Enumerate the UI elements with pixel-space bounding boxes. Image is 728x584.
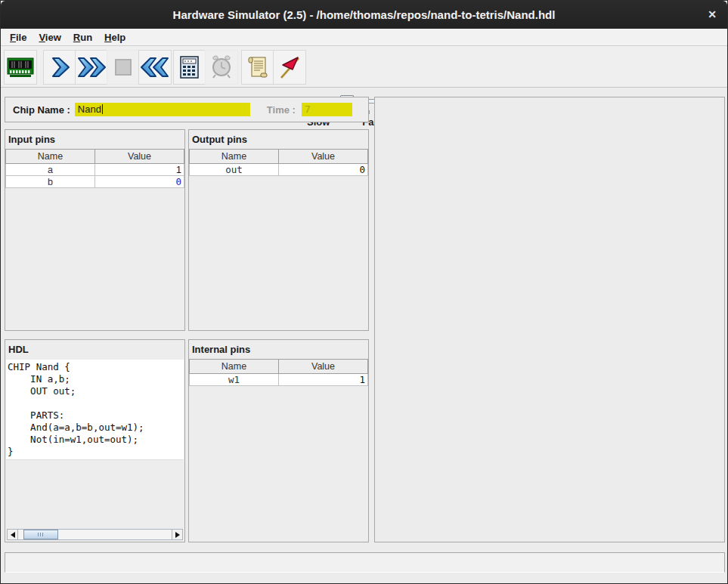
hdl-code-view[interactable]: CHIP Nand { IN a,b; OUT out; PARTS: And(…	[6, 360, 184, 541]
chip-name-bar: Chip Name : Nand Time : 7	[5, 97, 369, 122]
clock-button[interactable]	[205, 50, 238, 85]
internal-pins-title: Internal pins	[189, 340, 368, 359]
single-step-button[interactable]	[43, 50, 76, 85]
rewind-icon	[141, 55, 169, 79]
hardware-simulator-window: Hardware Simulator (2.5) - /home/thomas/…	[0, 0, 728, 584]
column-header-name[interactable]: Name	[190, 150, 279, 164]
pin-name-cell[interactable]: w1	[190, 374, 279, 386]
load-chip-button[interactable]	[4, 50, 37, 85]
chip-display-area	[374, 97, 725, 542]
input-pins-table: Name Value a 1 b 0	[5, 149, 184, 188]
internal-pins-panel: Internal pins Name Value w1 1	[188, 339, 369, 542]
scroll-right-button[interactable]	[172, 529, 183, 540]
output-pins-title: Output pins	[189, 130, 368, 149]
pin-name-cell[interactable]: out	[190, 164, 279, 176]
scroll-icon	[246, 55, 269, 79]
scroll-left-button[interactable]	[7, 529, 18, 540]
scrollbar-thumb[interactable]	[23, 530, 58, 539]
alarm-clock-icon	[209, 54, 234, 80]
input-pins-title: Input pins	[5, 130, 184, 149]
pin-value-cell-editing[interactable]: 0	[95, 176, 184, 188]
time-field: 7	[302, 103, 352, 116]
pin-name-cell[interactable]: a	[6, 164, 95, 176]
menu-bar: File View Run Help	[1, 29, 727, 46]
close-icon[interactable]: ✕	[708, 1, 717, 29]
toolbar: Slow Fast Animate: Program flow Format: …	[1, 46, 727, 88]
output-pins-panel: Output pins Name Value out 0	[188, 129, 369, 331]
column-header-value[interactable]: Value	[279, 360, 368, 374]
run-button[interactable]	[75, 50, 108, 85]
hdl-code[interactable]: CHIP Nand { IN a,b; OUT out; PARTS: And(…	[6, 360, 184, 460]
evaluate-button[interactable]	[173, 50, 206, 85]
table-row[interactable]: out 0	[190, 164, 368, 176]
time-label: Time :	[267, 104, 296, 116]
title-bar: Hardware Simulator (2.5) - /home/thomas/…	[1, 1, 727, 29]
status-bar	[5, 552, 725, 573]
step-forward-icon	[48, 55, 72, 79]
text-caret	[102, 104, 103, 114]
table-row[interactable]: w1 1	[190, 374, 368, 386]
hdl-panel: HDL CHIP Nand { IN a,b; OUT out; PARTS: …	[5, 339, 185, 542]
pin-value-cell[interactable]: 1	[279, 374, 368, 386]
pin-value-cell[interactable]: 1	[95, 164, 184, 176]
pin-value-cell[interactable]: 0	[279, 164, 368, 176]
scrollbar-grip	[38, 533, 44, 536]
breakpoints-button[interactable]	[273, 50, 306, 85]
window-title: Hardware Simulator (2.5) - /home/thomas/…	[173, 8, 556, 21]
column-header-value[interactable]: Value	[279, 150, 368, 164]
menu-run[interactable]: Run	[67, 30, 98, 45]
chip-name-input[interactable]: Nand	[75, 103, 250, 116]
flag-icon	[277, 55, 302, 79]
menu-file[interactable]: File	[4, 30, 33, 45]
calculator-icon	[178, 54, 201, 80]
triangle-right-icon	[175, 532, 180, 538]
chip-name-label: Chip Name :	[13, 104, 70, 116]
table-row[interactable]: b 0	[6, 176, 184, 188]
menu-view[interactable]: View	[33, 30, 67, 45]
internal-pins-table: Name Value w1 1	[189, 359, 368, 386]
hdl-title: HDL	[5, 340, 184, 359]
column-header-value[interactable]: Value	[95, 150, 184, 164]
stop-button[interactable]	[107, 50, 140, 85]
table-row[interactable]: a 1	[6, 164, 184, 176]
memory-chip-icon	[7, 56, 34, 79]
stop-square-icon	[112, 56, 135, 79]
fast-forward-icon	[77, 55, 106, 79]
reset-button[interactable]	[138, 50, 172, 85]
pin-name-cell[interactable]: b	[6, 176, 95, 188]
column-header-name[interactable]: Name	[190, 360, 279, 374]
scrollbar-track[interactable]	[18, 529, 172, 540]
triangle-left-icon	[11, 532, 15, 538]
menu-help[interactable]: Help	[98, 30, 132, 45]
hdl-horizontal-scrollbar[interactable]	[7, 529, 183, 540]
view-script-button[interactable]	[241, 50, 274, 85]
column-header-name[interactable]: Name	[6, 150, 95, 164]
output-pins-table: Name Value out 0	[189, 149, 368, 176]
input-pins-panel: Input pins Name Value a 1 b 0	[5, 129, 185, 331]
